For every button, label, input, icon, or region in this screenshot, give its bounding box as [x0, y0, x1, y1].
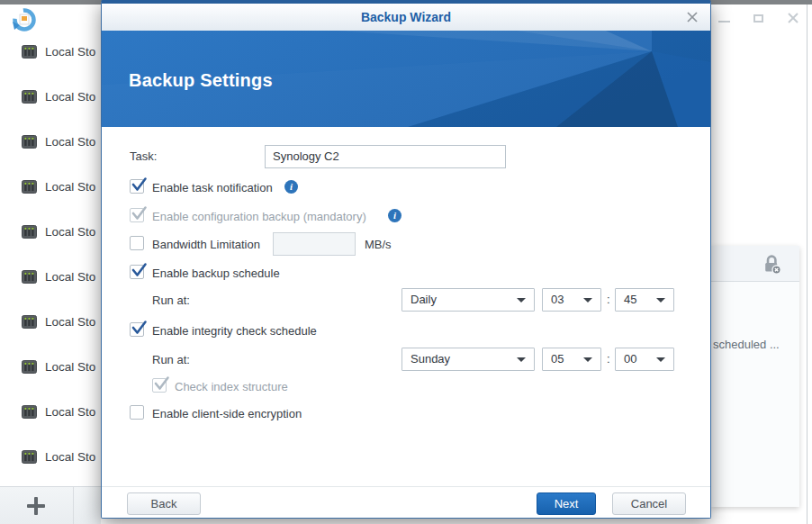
- nas-server-icon: [22, 89, 37, 104]
- check-icon: [130, 261, 148, 279]
- task-notification-checkbox[interactable]: [130, 179, 144, 194]
- next-button[interactable]: Next: [537, 492, 596, 515]
- chevron-down-icon: [656, 298, 665, 303]
- integrity-run-at-label: Run at:: [152, 353, 190, 366]
- task-name-input[interactable]: Synology C2: [265, 145, 506, 168]
- task-list-footer: [0, 486, 101, 524]
- nas-server-icon: [22, 134, 37, 149]
- select-value: Daily: [411, 289, 437, 311]
- nas-server-icon: [22, 269, 37, 285]
- integrity-check-checkbox[interactable]: [130, 322, 144, 337]
- bandwidth-value-input[interactable]: [273, 232, 356, 256]
- storage-item-label: Local Sto: [45, 315, 95, 329]
- bandwidth-limitation-checkbox[interactable]: [130, 236, 144, 250]
- dialog-header-banner: Backup Settings: [102, 31, 710, 127]
- nas-server-icon: [22, 404, 37, 420]
- select-value: 45: [624, 289, 636, 311]
- plus-icon: [24, 494, 48, 518]
- storage-item-label: Local Sto: [45, 90, 95, 104]
- time-colon: :: [607, 352, 610, 366]
- configuration-backup-label: Enable configuration backup (mandatory): [152, 210, 366, 223]
- list-item[interactable]: Local Sto: [22, 119, 101, 164]
- chevron-down-icon: [583, 298, 592, 303]
- backup-frequency-select[interactable]: Daily: [401, 288, 535, 312]
- page-title: Backup Settings: [129, 70, 273, 91]
- nas-server-icon: [22, 449, 37, 465]
- storage-item-label: Local Sto: [45, 180, 95, 194]
- window-controls: [718, 9, 799, 27]
- configuration-backup-checkbox: [130, 208, 144, 222]
- nas-server-icon: [22, 314, 37, 330]
- screen: Local Sto Local Sto Loca: [0, 0, 812, 524]
- check-icon: [130, 204, 148, 222]
- close-icon[interactable]: [787, 12, 799, 24]
- backup-task-list: Local Sto Local Sto Loca: [22, 29, 101, 479]
- check-icon: [130, 176, 148, 194]
- nas-server-icon: [22, 179, 37, 194]
- list-item[interactable]: Local Sto: [22, 299, 101, 344]
- cancel-button[interactable]: Cancel: [612, 492, 686, 515]
- back-button[interactable]: Back: [127, 492, 201, 515]
- bandwidth-unit-label: MB/s: [365, 238, 392, 251]
- storage-item-label: Local Sto: [45, 45, 95, 59]
- add-backup-task-button[interactable]: [24, 494, 48, 518]
- integrity-check-label: Enable integrity check schedule: [152, 324, 317, 338]
- client-side-encryption-checkbox[interactable]: [130, 405, 144, 420]
- integrity-minute-select[interactable]: 00: [615, 348, 674, 371]
- task-detail-panel: scheduled ...: [711, 246, 799, 507]
- integrity-frequency-select[interactable]: Sunday: [401, 348, 535, 371]
- list-item[interactable]: Local Sto: [22, 29, 101, 74]
- maximize-icon[interactable]: [753, 14, 763, 23]
- list-item[interactable]: Local Sto: [22, 344, 101, 389]
- select-value: Sunday: [411, 348, 450, 370]
- backup-minute-select[interactable]: 45: [615, 288, 674, 312]
- backup-wizard-dialog: Backup Wizard: [101, 0, 711, 519]
- panel-header: [711, 246, 799, 282]
- close-x-icon: [686, 11, 699, 23]
- check-index-structure-label: Check index structure: [175, 380, 288, 393]
- storage-item-label: Local Sto: [45, 360, 95, 374]
- chevron-down-icon: [517, 298, 526, 303]
- task-notification-label: Enable task notification: [152, 181, 273, 194]
- chevron-down-icon: [517, 357, 526, 362]
- window-right-border: [807, 5, 807, 524]
- integrity-hour-select[interactable]: 05: [542, 348, 601, 371]
- backup-schedule-checkbox[interactable]: [130, 265, 144, 279]
- info-icon[interactable]: i: [284, 180, 298, 194]
- minimize-icon[interactable]: [718, 21, 730, 23]
- footer-divider: [73, 487, 74, 524]
- backup-hour-select[interactable]: 03: [542, 288, 601, 312]
- select-value: 05: [551, 348, 564, 370]
- backup-run-at-label: Run at:: [152, 294, 190, 307]
- list-item[interactable]: Local Sto: [22, 74, 101, 119]
- nas-server-icon: [22, 224, 37, 239]
- select-value: 00: [624, 348, 636, 370]
- dialog-title: Backup Wizard: [102, 4, 710, 31]
- storage-item-label: Local Sto: [45, 225, 95, 239]
- list-item[interactable]: Local Sto: [22, 389, 101, 434]
- list-item[interactable]: Local Sto: [22, 254, 101, 299]
- time-colon: :: [607, 293, 610, 306]
- dialog-footer: Back Next Cancel: [102, 486, 710, 517]
- lock-unencrypted-icon: [761, 253, 782, 275]
- chevron-down-icon: [656, 357, 665, 362]
- check-index-structure-checkbox: [152, 378, 167, 393]
- check-icon: [130, 319, 148, 337]
- storage-item-label: Local Sto: [45, 405, 95, 419]
- info-icon[interactable]: i: [388, 209, 401, 222]
- storage-item-label: Local Sto: [45, 450, 95, 464]
- storage-item-label: Local Sto: [45, 270, 95, 284]
- task-label: Task:: [130, 145, 157, 168]
- select-value: 03: [551, 289, 564, 311]
- bandwidth-limitation-label: Bandwidth Limitation: [152, 238, 260, 251]
- list-item[interactable]: Local Sto: [22, 209, 101, 254]
- client-side-encryption-label: Enable client-side encryption: [152, 407, 302, 420]
- list-item[interactable]: Local Sto: [22, 434, 101, 479]
- nas-server-icon: [22, 359, 37, 375]
- chevron-down-icon: [583, 357, 592, 362]
- dialog-titlebar: Backup Wizard: [102, 4, 710, 31]
- dialog-close-button[interactable]: [686, 11, 699, 23]
- check-icon: [152, 375, 170, 393]
- storage-item-label: Local Sto: [45, 135, 95, 149]
- list-item[interactable]: Local Sto: [22, 164, 101, 209]
